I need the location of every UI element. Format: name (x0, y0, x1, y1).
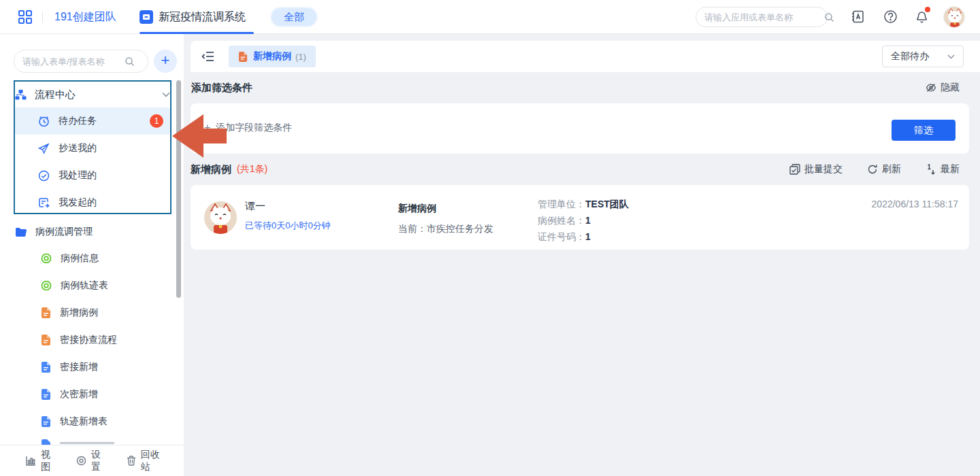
record-waiting-time: 已等待0天0小时0分钟 (245, 220, 331, 232)
open-view-tab-new-case[interactable]: 新增病例 (1) (229, 46, 316, 67)
sidebar-item-label: 待办任务 (59, 115, 150, 127)
collapse-sidebar-icon[interactable] (201, 50, 215, 63)
field-value: 1 (585, 231, 591, 242)
refresh-button[interactable]: 刷新 (863, 163, 901, 175)
app-root: 191创建团队 新冠疫情流调系统 全部 (0, 0, 980, 476)
help-icon[interactable] (883, 10, 898, 24)
filter-section-header: 添加筛选条件 隐藏 (191, 72, 980, 103)
field-label: 病例姓名： (538, 215, 585, 226)
send-icon (38, 143, 50, 154)
section-label: 流程中心 (35, 88, 162, 101)
notification-dot (925, 7, 930, 12)
form-search-input[interactable] (22, 56, 125, 67)
record-owner-name: 谭一 (245, 200, 265, 213)
check-circle-icon (38, 170, 50, 182)
record-timestamp: 2022/06/13 11:58:17 (872, 199, 958, 209)
sidebar-group-case-management[interactable]: 病例流调管理 (15, 221, 170, 243)
todo-record-row[interactable]: 谭一 已等待0天0小时0分钟 新增病例 当前：市疾控任务分发 管理单位：TEST… (191, 185, 969, 250)
add-filter-condition-button[interactable]: + 添加字段筛选条件 (204, 122, 292, 134)
record-fields: 管理单位：TEST团队 病例姓名：1 证件号码：1 (538, 196, 629, 245)
sidebar-item-close-contact-flow[interactable]: 密接协查流程 (15, 326, 170, 354)
sort-latest-button[interactable]: 最新 (921, 163, 960, 175)
recycle-bin-button[interactable]: 回收站 (127, 449, 161, 473)
form-search[interactable] (14, 50, 148, 73)
add-condition-label: 添加字段筛选条件 (216, 122, 292, 134)
sidebar-item-label: 轨迹新增表 (60, 415, 108, 428)
record-field: 证件号码：1 (538, 228, 629, 245)
sidebar-item-case-info[interactable]: 病例信息 (15, 245, 170, 272)
app-icon (140, 10, 153, 24)
clock-icon (38, 116, 50, 127)
sidebar-item-cc-to-me[interactable]: 抄送我的 (15, 135, 170, 162)
hide-label: 隐藏 (941, 82, 960, 94)
add-form-button[interactable]: + (154, 50, 177, 73)
sidebar-item-todo-tasks[interactable]: 待办任务 1 (15, 107, 170, 135)
sidebar-footer: 视图 设置 回收站 (0, 445, 184, 476)
apps-grid-icon[interactable] (18, 10, 33, 24)
hide-filter-button[interactable]: 隐藏 (921, 82, 960, 94)
document-icon (41, 389, 51, 400)
batch-check-icon (789, 164, 800, 175)
active-tab-underline (140, 32, 254, 34)
all-apps-pill[interactable]: 全部 (270, 7, 318, 27)
sort-icon (926, 164, 936, 175)
sidebar-item-label: 密接新增 (60, 361, 98, 373)
filter-apply-button[interactable]: 筛选 (892, 120, 956, 141)
folder-icon (15, 227, 27, 237)
top-navbar: 191创建团队 新冠疫情流调系统 全部 (0, 0, 980, 34)
sidebar-item-handled-by-me[interactable]: 我处理的 (15, 162, 170, 189)
target-icon (41, 280, 52, 291)
field-label: 证件号码： (538, 231, 585, 242)
views-button[interactable]: 视图 (26, 449, 53, 473)
footer-item-label: 设置 (91, 449, 103, 473)
clipped-sidebar-item (0, 438, 176, 445)
global-search[interactable] (696, 7, 828, 27)
document-icon (238, 52, 248, 62)
sidebar-item-label: 次密新增 (60, 388, 98, 401)
sidebar-item-label: 病例轨迹表 (61, 279, 108, 292)
document-icon (41, 362, 51, 373)
sidebar-item-close-contact-new[interactable]: 密接新增 (15, 354, 170, 381)
sidebar-scrollbar[interactable] (176, 80, 181, 298)
app-tab-label: 新冠疫情流调系统 (159, 10, 246, 24)
sidebar-item-secondary-contact-new[interactable]: 次密新增 (15, 381, 170, 408)
settings-button[interactable]: 设置 (76, 449, 103, 473)
search-icon (125, 56, 135, 67)
document-icon (41, 335, 51, 345)
app-tab[interactable]: 新冠疫情流调系统 (140, 0, 246, 34)
eye-off-icon (926, 83, 936, 92)
sidebar-item-started-by-me[interactable]: 我发起的 (15, 189, 170, 216)
bell-icon[interactable] (915, 9, 929, 24)
gear-icon (76, 456, 86, 466)
filter-card: + 添加字段筛选条件 筛选 (191, 103, 969, 154)
sidebar-item-label: 新增病例 (60, 307, 98, 319)
sidebar-item-label: 病例信息 (61, 252, 99, 265)
refresh-icon (867, 164, 878, 175)
plus-icon: + (204, 122, 210, 134)
batch-submit-button[interactable]: 批量提交 (785, 163, 843, 175)
target-icon (41, 253, 52, 264)
todo-filter-value: 全部待办 (891, 50, 947, 63)
record-flow-name: 新增病例 (398, 203, 436, 215)
document-icon (41, 307, 51, 318)
address-book-icon[interactable] (851, 10, 865, 24)
field-value: 1 (585, 215, 591, 226)
nav-divider (42, 12, 43, 22)
sidebar-item-case-track-table[interactable]: 病例轨迹表 (15, 272, 170, 299)
team-name-link[interactable]: 191创建团队 (54, 10, 116, 24)
footer-item-label: 视图 (41, 449, 53, 473)
global-search-input[interactable] (704, 12, 824, 22)
chevron-down-icon[interactable] (162, 92, 170, 97)
search-icon (824, 12, 834, 22)
sidebar-item-new-case[interactable]: 新增病例 (15, 299, 170, 326)
sidebar: + 流程中心 待办任务 1 (0, 34, 184, 476)
todo-filter-dropdown[interactable]: 全部待办 (882, 46, 964, 67)
footer-item-label: 回收站 (141, 449, 161, 473)
user-avatar[interactable] (943, 6, 965, 28)
sidebar-section-process-center[interactable]: 流程中心 (15, 83, 170, 106)
tool-label: 批量提交 (804, 163, 843, 175)
document-icon (41, 416, 51, 427)
sidebar-item-track-new-table[interactable]: 轨迹新增表 (15, 408, 170, 435)
tool-label: 刷新 (882, 163, 901, 175)
sidebar-item-label: 抄送我的 (59, 142, 170, 154)
